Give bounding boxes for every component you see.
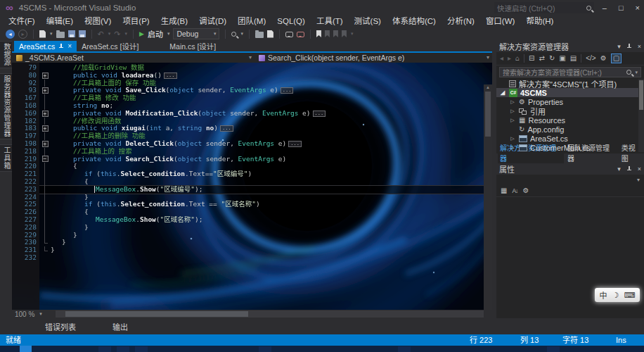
properties-icon[interactable]: ⚙ (600, 54, 607, 63)
bookmark-icon[interactable] (316, 30, 321, 37)
document-tab[interactable]: AreaSet.cs [设计] (77, 41, 143, 51)
back-icon[interactable]: ◂ (500, 54, 503, 63)
code-line[interactable]: 226{ (12, 208, 484, 216)
bookmarks-dropdown-icon[interactable]: ▾ (351, 31, 354, 37)
prev-bookmark-icon[interactable] (325, 30, 330, 37)
navigate-forward-icon[interactable]: ▸ (18, 30, 27, 39)
alphabetical-sort-icon[interactable]: A↓ (512, 187, 517, 194)
categorized-icon[interactable]: ▦ (501, 187, 507, 194)
tree-scrollbar[interactable] (638, 79, 644, 152)
new-file-icon[interactable] (39, 30, 46, 38)
code-line[interactable]: 228} (12, 224, 484, 232)
start-button[interactable]: 启动 (148, 28, 163, 39)
vertical-scrollbar[interactable]: ▲ ▼ (484, 84, 492, 310)
properties-object-select[interactable]: ▾ (496, 175, 644, 184)
tree-item[interactable]: ▷引用 (496, 106, 644, 115)
show-all-files-icon[interactable]: ▤ (570, 54, 577, 63)
horizontal-scroll-thumb[interactable] (65, 311, 248, 317)
solution-platforms-icon[interactable] (255, 32, 264, 38)
code-line[interactable]: 223MessageBox.Show("区域编号"); (12, 186, 484, 194)
code-line[interactable]: 230} (12, 239, 484, 246)
solution-configurations-icon[interactable] (267, 30, 273, 38)
tree-item[interactable]: ▷⚙Properties (496, 97, 644, 106)
tree-arrow-icon[interactable]: ▷ (509, 118, 516, 123)
tree-item[interactable]: ▷▦Resources (496, 115, 644, 125)
document-tab[interactable]: AreaSet.cs× (14, 41, 77, 51)
nested-view-icon[interactable]: ▣ (559, 54, 565, 63)
menu-item[interactable]: 窗口(W) (480, 15, 521, 27)
fold-margin[interactable]: + (39, 125, 51, 132)
menu-item[interactable]: 工具(T) (311, 15, 349, 27)
redo-dropdown-icon[interactable]: ▾ (124, 31, 127, 37)
search-dropdown-icon[interactable]: ▾ (635, 70, 638, 75)
redo-icon[interactable]: ↷ (114, 30, 120, 39)
code-editor[interactable]: 79//加载GridView 数据80+public void loadarea… (12, 63, 492, 310)
ime-button[interactable]: ☽ (612, 291, 619, 300)
view-code-icon[interactable]: </> (586, 54, 595, 63)
undo-icon[interactable]: ↶ (98, 30, 104, 39)
menu-item[interactable]: 生成(B) (155, 15, 193, 27)
pin-icon[interactable] (626, 44, 632, 49)
expand-fold-icon[interactable]: + (42, 111, 49, 117)
new-file-dropdown-icon[interactable]: ▾ (50, 31, 53, 37)
start-dropdown-icon[interactable]: ▾ (167, 31, 170, 37)
code-line[interactable]: 231} (12, 246, 484, 254)
code-line[interactable]: 229} (12, 232, 484, 239)
new-comment-icon[interactable] (285, 32, 293, 37)
fold-margin[interactable]: + (39, 87, 51, 94)
tree-arrow-icon[interactable]: ▷ (509, 99, 516, 105)
code-line[interactable]: 227MessageBox.Show("区域名称"); (12, 216, 484, 224)
pin-icon[interactable] (58, 44, 64, 49)
property-pages-icon[interactable]: ⚙ (522, 187, 529, 194)
tree-arrow-icon[interactable]: ▷ (509, 145, 516, 151)
home-icon[interactable]: ⌂ (515, 54, 520, 63)
member-dropdown-icon[interactable]: ▾ (487, 54, 489, 61)
start-debug-icon[interactable]: ▶ (139, 30, 144, 37)
taskbar-app-icon[interactable] (20, 346, 32, 352)
menu-item[interactable]: 分析(N) (442, 15, 480, 27)
save-icon[interactable] (68, 30, 75, 37)
editor-zoom-select[interactable]: 100 % ▾ (12, 310, 56, 318)
document-tab[interactable]: Main.cs [设计] (165, 41, 221, 51)
sync-with-active-document-icon[interactable]: ⇄ (539, 54, 545, 63)
preview-selected-items-icon[interactable]: ▢ (611, 54, 622, 63)
expand-fold-icon[interactable]: + (42, 87, 49, 94)
bottom-panel-tab[interactable]: 输出 (112, 321, 128, 332)
menu-item[interactable]: 项目(P) (117, 15, 155, 27)
fold-margin[interactable]: − (39, 156, 51, 163)
tree-scroll-thumb[interactable] (639, 80, 643, 110)
menu-item[interactable]: 体系结构(C) (387, 15, 442, 27)
scroll-up-icon[interactable]: ▲ (484, 85, 492, 89)
collapsed-region-box[interactable]: ... (164, 73, 177, 79)
tree-item[interactable]: 解决方案"4SCMS"(1 个项目) (496, 79, 644, 88)
pin-icon[interactable] (626, 166, 632, 172)
vertical-scroll-thumb[interactable] (485, 92, 491, 137)
next-bookmark-icon[interactable] (333, 30, 338, 37)
delete-comment-icon[interactable] (297, 32, 304, 37)
maximize-button[interactable]: □ (619, 4, 624, 12)
undo-dropdown-icon[interactable]: ▾ (108, 31, 111, 37)
breadcrumb-type-dropdown[interactable]: _4SCMS.AreaSet (16, 53, 84, 63)
collapsed-region-box[interactable]: ... (313, 111, 326, 117)
bottom-panel-tab[interactable]: 错误列表 (45, 321, 76, 332)
menu-item[interactable]: 帮助(H) (520, 15, 559, 27)
fold-margin[interactable]: + (39, 110, 51, 118)
open-file-icon[interactable] (56, 32, 65, 38)
close-panel-icon[interactable]: × (638, 165, 641, 172)
refresh-icon[interactable]: ↻ (549, 54, 555, 63)
tree-item[interactable]: ◢C#4SCMS (496, 88, 644, 97)
ime-button[interactable]: ⌨ (624, 291, 635, 300)
clear-bookmarks-icon[interactable] (342, 30, 347, 37)
tree-item[interactable]: ▷AreaSet.cs (496, 134, 644, 143)
menu-item[interactable]: 调试(D) (193, 15, 232, 27)
code-line[interactable]: 232 (12, 254, 484, 262)
collapse-all-icon[interactable]: ⊟ (529, 54, 534, 63)
menu-item[interactable]: 编辑(E) (41, 15, 79, 27)
collapsed-region-box[interactable]: ... (288, 141, 302, 147)
fold-margin[interactable]: + (39, 72, 51, 80)
ime-button[interactable]: 中 (600, 289, 607, 301)
code-line[interactable]: 221if (this.Select_condition.Text=="区域编号… (12, 170, 484, 178)
collapse-fold-icon[interactable]: − (42, 156, 49, 162)
tree-item[interactable]: ↻App.config (496, 125, 644, 134)
close-button[interactable]: × (636, 4, 640, 12)
